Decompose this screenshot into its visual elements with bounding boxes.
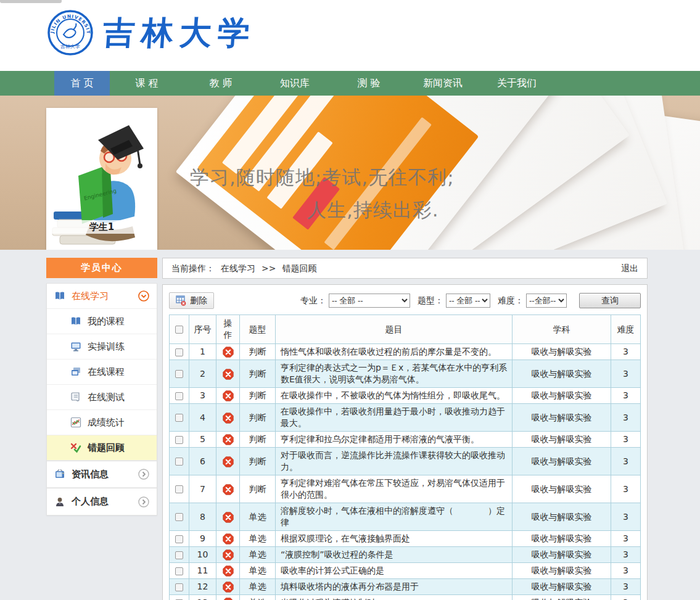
table-row: 9 单选 根据双膜理论，在气液接触界面处 吸收与解吸实验 3 <box>170 531 641 547</box>
select-all-checkbox[interactable] <box>175 326 183 334</box>
row-checkbox[interactable] <box>175 370 183 378</box>
nav-item-about[interactable]: 关于我们 <box>480 71 554 96</box>
breadcrumb-separator: >> <box>261 258 276 278</box>
delete-button[interactable]: 删除 <box>169 292 214 309</box>
remove-row-icon[interactable] <box>223 456 234 467</box>
remove-row-icon[interactable] <box>223 549 234 561</box>
logout-link[interactable]: 退出 <box>621 258 638 278</box>
sidebar: 学员中心 在线学习 我的课程 <box>46 258 157 516</box>
question-type: 判断 <box>240 388 276 404</box>
sidebar-item-score-statistics[interactable]: 成绩统计 <box>47 410 157 435</box>
question-subject: 吸收与解吸实验 <box>513 475 611 503</box>
row-checkbox[interactable] <box>175 436 183 444</box>
row-number: 5 <box>189 432 216 448</box>
table-row: 6 判断 对于吸收而言，逆流操作比并流操作课获得较大的吸收推动力。 吸收与解吸实… <box>170 448 641 475</box>
question-subject: 吸收与解吸实验 <box>513 563 611 579</box>
question-text: 填料吸收塔内的液体再分布器是用于 <box>276 579 513 595</box>
sidebar-item-personal-info[interactable]: 个人信息 <box>47 488 157 515</box>
question-text: 在吸收操作中，若吸收剂用量趋于最小时，吸收推动力趋于最大。 <box>276 404 513 432</box>
question-type: 判断 <box>240 344 276 360</box>
row-checkbox[interactable] <box>175 567 183 575</box>
question-difficulty: 3 <box>611 404 641 432</box>
filter-qtype-select[interactable]: -- 全部 -- <box>446 294 490 308</box>
remove-row-icon[interactable] <box>223 565 234 577</box>
sidebar-header: 学员中心 <box>46 258 157 278</box>
table-row: 3 判断 在吸收操作中，不被吸收的气体为惰性组分，即吸收尾气。 吸收与解吸实验 … <box>170 388 641 404</box>
nav-item-knowledge[interactable]: 知识库 <box>258 71 332 96</box>
question-difficulty: 3 <box>611 432 641 448</box>
book-icon <box>54 290 65 302</box>
tv-icon <box>54 469 65 480</box>
remove-row-icon[interactable] <box>223 369 234 380</box>
question-difficulty: 3 <box>611 547 641 563</box>
filter-major-select[interactable]: -- 全部 -- <box>329 294 410 308</box>
question-subject: 吸收与解吸实验 <box>513 579 611 595</box>
sidebar-item-my-courses[interactable]: 我的课程 <box>47 309 157 334</box>
hero-banner: 学习,随时随地;考试,无往不利; 人生,持续出彩. Engineering <box>0 96 700 250</box>
nav-item-home[interactable]: 首 页 <box>54 71 110 96</box>
row-checkbox[interactable] <box>175 535 183 543</box>
row-number: 7 <box>189 475 216 503</box>
question-type: 单选 <box>240 531 276 547</box>
question-difficulty: 3 <box>611 360 641 388</box>
row-checkbox[interactable] <box>175 551 183 559</box>
remove-row-icon[interactable] <box>223 582 234 593</box>
breadcrumb: 当前操作： 在线学习 >> 错题回顾 退出 <box>162 258 648 279</box>
sidebar-item-wrong-question-review[interactable]: 错题回顾 <box>47 435 157 461</box>
remove-row-icon[interactable] <box>223 512 234 523</box>
sidebar-item-news-info[interactable]: 资讯信息 <box>47 461 157 488</box>
remove-row-icon[interactable] <box>223 484 234 495</box>
windows-icon <box>70 366 81 377</box>
row-checkbox[interactable] <box>175 392 183 400</box>
row-checkbox[interactable] <box>175 458 183 466</box>
question-type: 判断 <box>240 448 276 475</box>
row-checkbox[interactable] <box>175 513 183 521</box>
row-number: 6 <box>189 448 216 475</box>
chevron-down-circle-icon <box>138 290 149 302</box>
query-button[interactable]: 查询 <box>579 293 641 308</box>
nav-item-quiz[interactable]: 测 验 <box>332 71 406 96</box>
question-subject: 吸收与解吸实验 <box>513 547 611 563</box>
question-text: 溶解度较小时，气体在液相中的溶解度遵守（ ）定律 <box>276 503 513 531</box>
nav-item-courses[interactable]: 课 程 <box>110 71 184 96</box>
sidebar-item-online-test[interactable]: 在线测试 <box>47 385 157 410</box>
col-header-difficulty: 难度 <box>611 315 641 344</box>
remove-row-icon[interactable] <box>223 390 234 401</box>
table-row: 10 单选 “液膜控制”吸收过程的条件是 吸收与解吸实验 3 <box>170 547 641 563</box>
row-checkbox[interactable] <box>175 583 183 591</box>
question-difficulty: 3 <box>611 595 641 600</box>
remove-row-icon[interactable] <box>223 598 234 600</box>
table-body: 1 判断 惰性气体和吸收剂在吸收过程的前后的摩尔量是不变的。 吸收与解吸实验 3 <box>170 344 641 600</box>
row-checkbox[interactable] <box>175 348 183 356</box>
row-number: 10 <box>189 547 216 563</box>
logo-link[interactable]: JILIN UNIVERSITY CHINA 吉林大学 吉林大学 <box>46 9 256 57</box>
row-checkbox[interactable] <box>175 414 183 422</box>
breadcrumb-online-learning[interactable]: 在线学习 <box>221 258 255 278</box>
col-header-no: 序号 <box>189 315 216 344</box>
table-row: 7 判断 亨利定律对难溶气体在常压下较适应，对易溶气体仅适用于很小的范围。 吸收… <box>170 475 641 503</box>
question-type: 判断 <box>240 475 276 503</box>
remove-row-icon[interactable] <box>223 347 234 358</box>
question-subject: 吸收与解吸实验 <box>513 503 611 531</box>
remove-row-icon[interactable] <box>223 434 234 445</box>
nav-item-teachers[interactable]: 教 师 <box>184 71 258 96</box>
svg-text:吉林大学: 吉林大学 <box>60 44 80 49</box>
wrong-question-panel: 删除 专业： -- 全部 -- 题型： -- 全部 -- 难度： --全部-- <box>162 284 648 600</box>
remove-row-icon[interactable] <box>223 413 234 424</box>
question-text: 对于吸收而言，逆流操作比并流操作课获得较大的吸收推动力。 <box>276 448 513 475</box>
question-text: 根据双膜理论，在气液接触界面处 <box>276 531 513 547</box>
question-text: 亨利定律和拉乌尔定律都适用于稀溶液的气液平衡。 <box>276 432 513 448</box>
question-difficulty: 3 <box>611 344 641 360</box>
sidebar-item-online-courses[interactable]: 在线课程 <box>47 360 157 385</box>
remove-row-icon[interactable] <box>223 533 234 545</box>
person-icon <box>54 496 65 508</box>
col-header-action: 操作 <box>216 315 240 344</box>
breadcrumb-wrong-review: 错题回顾 <box>282 258 316 278</box>
sidebar-item-practice-training[interactable]: 实操训练 <box>47 334 157 360</box>
sidebar-item-online-learning[interactable]: 在线学习 <box>47 284 157 309</box>
question-subject: 吸收与解吸实验 <box>513 344 611 360</box>
row-checkbox[interactable] <box>175 485 183 493</box>
filter-difficulty-select[interactable]: --全部-- <box>526 294 567 308</box>
nav-item-news[interactable]: 新闻资讯 <box>406 71 480 96</box>
row-number: 9 <box>189 531 216 547</box>
